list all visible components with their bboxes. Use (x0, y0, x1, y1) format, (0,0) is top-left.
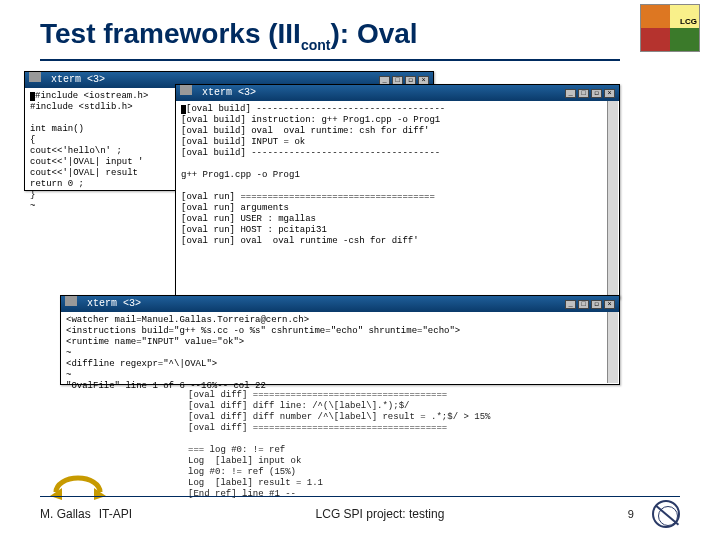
slide-footer: M. Gallas IT-API LCG SPI project: testin… (40, 496, 680, 528)
xterm3-titlebar[interactable]: xterm <3> _ □ ◻ × (61, 296, 619, 312)
lcg-logo: LCG (640, 4, 700, 52)
xterm3-title: xterm <3> (87, 298, 141, 309)
xterm2-content: [oval build] ---------------------------… (176, 101, 619, 250)
sysmenu-icon[interactable] (29, 72, 41, 82)
title-subscript: cont (301, 37, 331, 53)
xterm2-text: [oval build] ---------------------------… (181, 104, 445, 246)
close-button[interactable]: × (604, 89, 615, 98)
lcg-q1 (641, 5, 670, 28)
sysmenu-icon[interactable] (180, 85, 192, 95)
xterm3-text: <watcher mail=Manuel.Gallas.Torreira@cer… (66, 315, 460, 391)
xterm1-title-text: xterm <3> (29, 72, 105, 88)
xterm1-text: #include <iostream.h> #include <stdlib.h… (30, 91, 148, 211)
page-number: 9 (628, 508, 634, 520)
cern-logo (652, 500, 680, 528)
close-button[interactable]: × (604, 300, 615, 309)
title-pre: Test frameworks (III (40, 18, 301, 49)
xterm3-win-buttons: _ □ ◻ × (565, 300, 615, 309)
sysmenu-icon[interactable] (65, 296, 77, 306)
xterm2-titlebar[interactable]: xterm <3> _ □ ◻ × (176, 85, 619, 101)
footer-author: M. Gallas (40, 507, 91, 521)
footer-right: 9 (628, 500, 680, 528)
footer-project: LCG SPI project: testing (316, 507, 445, 521)
maximize-button[interactable]: ◻ (591, 300, 602, 309)
maximize-button[interactable]: ◻ (591, 89, 602, 98)
xterm3-title-text: xterm <3> (65, 296, 141, 312)
restore-button[interactable]: □ (578, 89, 589, 98)
minimize-button[interactable]: _ (565, 300, 576, 309)
lcg-q2: LCG (670, 5, 699, 28)
lcg-label: LCG (680, 17, 697, 26)
footer-left: M. Gallas IT-API (40, 507, 132, 521)
restore-button[interactable]: □ (578, 300, 589, 309)
xterm2-win-buttons: _ □ ◻ × (565, 89, 615, 98)
slide-title: Test frameworks (IIIcont): Oval (40, 18, 620, 53)
title-post: ): Oval (330, 18, 417, 49)
lcg-q3 (641, 28, 670, 51)
footer-group: IT-API (99, 507, 132, 521)
lcg-q4 (670, 28, 699, 51)
xterm3-content: <watcher mail=Manuel.Gallas.Torreira@cer… (61, 312, 619, 395)
xterm-window-3: xterm <3> _ □ ◻ × <watcher mail=Manuel.G… (60, 295, 620, 385)
xterm-window-2: xterm <3> _ □ ◻ × [oval build] ---------… (175, 84, 620, 299)
xterm1-title: xterm <3> (51, 74, 105, 85)
xterm2-title-text: xterm <3> (180, 85, 256, 101)
scrollbar[interactable] (607, 312, 618, 383)
minimize-button[interactable]: _ (565, 89, 576, 98)
xterm2-title: xterm <3> (202, 87, 256, 98)
diff-output1: [oval diff] ============================… (188, 390, 490, 500)
slide-header: Test frameworks (IIIcont): Oval (40, 18, 620, 61)
footer-center: LCG SPI project: testing (316, 507, 445, 521)
scrollbar[interactable] (607, 101, 618, 297)
